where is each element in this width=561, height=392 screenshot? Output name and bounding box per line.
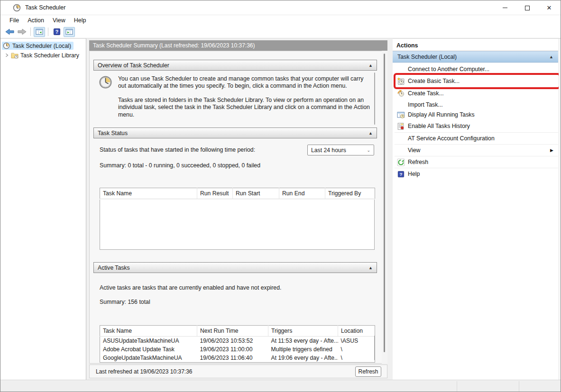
active-tasks-description: Active tasks are tasks that are currentl… (100, 284, 281, 291)
cell-next-run-time: 19/06/2023 10:53:52 (197, 337, 268, 346)
menu-help[interactable]: Help (70, 16, 91, 25)
cell-location: \ASUS (338, 337, 375, 346)
overview-scrollbar-thumb[interactable] (374, 73, 375, 125)
cell-triggers: At 19:06 every day - Afte... (268, 354, 338, 363)
minimize-button[interactable] (494, 0, 516, 15)
collapse-arrow-icon[interactable]: ▲ (549, 55, 553, 59)
active-tasks-table: Task Name Next Run Time Triggers Locatio… (100, 325, 375, 363)
action-label: View (408, 147, 420, 154)
display-running-tasks-icon (397, 111, 405, 119)
action-label: Display All Running Tasks (408, 111, 475, 118)
action-create-basic-task[interactable]: Create Basic Task... (393, 75, 558, 87)
task-status-period-label: Status of tasks that have started in the… (100, 146, 255, 153)
help-icon[interactable]: ? (51, 27, 63, 37)
show-action-pane-icon[interactable] (64, 27, 75, 37)
actions-panel: Actions Task Scheduler (Local) ▲ Connect… (393, 38, 561, 380)
table-row[interactable]: ASUSUpdateTaskMachineUA 19/06/2023 10:53… (100, 337, 375, 346)
overview-paragraph-1: You can use Task Scheduler to create and… (118, 75, 372, 90)
action-label: Create Task... (408, 90, 444, 97)
close-button[interactable]: ✕ (538, 0, 560, 15)
tree-item-task-scheduler-library[interactable]: Task Scheduler Library (0, 51, 86, 60)
menu-bar: File Action View Help (0, 15, 561, 26)
cell-next-run-time: 19/06/2023 11:00:00 (197, 345, 268, 354)
table-row[interactable]: GoogleUpdateTaskMachineUA 19/06/2023 11:… (100, 354, 375, 363)
task-status-title: Task Status (98, 130, 128, 137)
action-refresh[interactable]: Refresh (393, 156, 558, 168)
chevron-right-icon[interactable] (5, 53, 9, 57)
column-header[interactable]: Run End (279, 188, 325, 199)
summary-scrollbar[interactable] (382, 51, 387, 364)
create-task-icon (397, 90, 405, 98)
refresh-button[interactable]: Refresh (355, 366, 381, 377)
cell-location: \ (338, 354, 375, 363)
overview-section-header[interactable]: Overview of Task Scheduler ▲ (93, 60, 377, 71)
chevron-down-icon: ⌄ (367, 148, 370, 153)
cell-next-run-time: 19/06/2023 11:06:40 (197, 354, 268, 363)
time-period-dropdown[interactable]: Last 24 hours ⌄ (307, 145, 374, 155)
toolbar: ? (0, 26, 561, 38)
forward-arrow-icon[interactable] (16, 27, 28, 37)
action-label: Enable All Tasks History (408, 123, 470, 129)
active-tasks-summary: Summary: 156 total (100, 299, 150, 305)
create-basic-task-icon (397, 77, 405, 85)
toolbar-separator (48, 27, 48, 36)
close-icon: ✕ (547, 5, 552, 11)
folder-clock-icon (11, 52, 18, 59)
help-icon: ? (397, 170, 405, 178)
column-header[interactable]: Triggered By (325, 188, 375, 199)
task-status-section-header[interactable]: Task Status ▲ (93, 128, 377, 138)
column-header[interactable]: Task Name (100, 326, 197, 337)
column-header[interactable]: Next Run Time (197, 326, 268, 337)
cell-task-name: Adobe Acrobat Update Task (100, 345, 197, 354)
action-label: AT Service Account Configuration (408, 135, 495, 142)
back-arrow-icon[interactable] (4, 27, 15, 37)
summary-panel: Task Scheduler Summary (Last refreshed: … (89, 38, 390, 380)
collapse-arrow-icon[interactable]: ▲ (368, 265, 373, 270)
maximize-button[interactable] (516, 0, 538, 15)
task-scheduler-window: Task Scheduler ✕ File Action View Help ? (0, 0, 561, 392)
overview-title: Overview of Task Scheduler (98, 62, 169, 69)
task-status-table-body (100, 200, 375, 250)
active-tasks-scrollbar-thumb[interactable] (374, 336, 375, 360)
last-refreshed-label: Last refreshed at 19/06/2023 10:37:36 (96, 368, 193, 375)
action-connect-to-another-computer[interactable]: Connect to Another Computer... (393, 64, 558, 75)
summary-scrollbar-thumb[interactable] (384, 54, 385, 352)
task-status-table: Task Name Run Result Run Start Run End T… (100, 188, 375, 199)
cell-triggers: At 11:53 every day - Afte... (268, 337, 338, 346)
actions-scrollbar[interactable] (559, 39, 561, 380)
collapse-arrow-icon[interactable]: ▲ (368, 131, 373, 136)
column-header[interactable]: Triggers (268, 326, 338, 337)
cell-task-name: ASUSUpdateTaskMachineUA (100, 337, 197, 346)
show-console-tree-icon[interactable] (34, 27, 45, 37)
action-create-task[interactable]: Create Task... (393, 88, 558, 99)
overview-clock-icon (99, 75, 112, 89)
column-header[interactable]: Location (338, 326, 375, 337)
menu-view[interactable]: View (48, 16, 70, 25)
column-header[interactable]: Run Result (197, 188, 233, 199)
actions-group-header[interactable]: Task Scheduler (Local) ▲ (393, 51, 558, 63)
overview-paragraph-2: Tasks are stored in folders in the Task … (118, 97, 372, 119)
action-help[interactable]: ? Help (393, 168, 558, 180)
menu-file[interactable]: File (5, 16, 23, 25)
table-row[interactable]: Adobe Acrobat Update Task 19/06/2023 11:… (100, 345, 375, 354)
action-enable-all-tasks-history[interactable]: Enable All Tasks History (393, 120, 558, 132)
window-bottom-strip (0, 380, 561, 392)
column-header[interactable]: Task Name (100, 188, 197, 199)
cell-task-name: GoogleUpdateTaskMachineUA (100, 354, 197, 363)
action-view[interactable]: View ▶ (393, 145, 558, 156)
active-tasks-title: Active Tasks (98, 264, 130, 271)
menu-action[interactable]: Action (23, 16, 48, 25)
collapse-arrow-icon[interactable]: ▲ (368, 63, 373, 68)
action-at-service-account-configuration[interactable]: AT Service Account Configuration (393, 133, 558, 144)
active-tasks-section-header[interactable]: Active Tasks ▲ (93, 262, 377, 273)
action-display-all-running-tasks[interactable]: Display All Running Tasks (393, 109, 558, 120)
summary-footer: Last refreshed at 19/06/2023 10:37:36 Re… (89, 365, 387, 378)
task-scheduler-app-icon (13, 4, 21, 12)
tree-item-label: Task Scheduler Library (20, 52, 79, 59)
tree-item-task-scheduler-local[interactable]: Task Scheduler (Local) (0, 41, 86, 50)
maximize-icon (525, 6, 530, 10)
bottom-strip-divider (519, 381, 519, 392)
actions-pane-title: Actions (393, 40, 558, 51)
tree-item-label: Task Scheduler (Local) (12, 43, 71, 49)
column-header[interactable]: Run Start (233, 188, 279, 199)
